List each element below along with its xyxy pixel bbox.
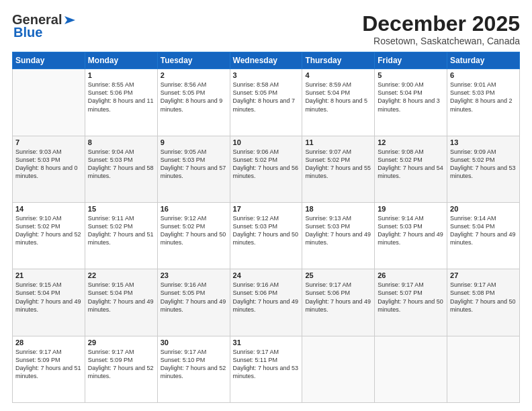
table-row: 16Sunrise: 9:12 AMSunset: 5:02 PMDayligh…: [157, 202, 230, 269]
table-row: 9Sunrise: 9:05 AMSunset: 5:03 PMDaylight…: [157, 136, 230, 202]
day-info: Sunrise: 9:14 AMSunset: 5:04 PMDaylight:…: [450, 214, 517, 247]
day-number: 22: [88, 271, 154, 279]
day-number: 6: [450, 71, 517, 79]
table-row: 3Sunrise: 8:58 AMSunset: 5:05 PMDaylight…: [230, 69, 302, 136]
day-info: Sunrise: 9:05 AMSunset: 5:03 PMDaylight:…: [161, 148, 227, 181]
day-number: 11: [305, 138, 371, 146]
day-number: 26: [378, 271, 444, 279]
day-number: 4: [305, 71, 371, 79]
table-row: 18Sunrise: 9:13 AMSunset: 5:03 PMDayligh…: [302, 202, 375, 269]
day-info: Sunrise: 9:03 AMSunset: 5:03 PMDaylight:…: [15, 148, 82, 181]
day-number: 29: [88, 338, 154, 347]
col-friday: Friday: [375, 52, 447, 69]
day-info: Sunrise: 9:16 AMSunset: 5:06 PMDaylight:…: [233, 281, 300, 314]
table-row: 8Sunrise: 9:04 AMSunset: 5:03 PMDaylight…: [85, 136, 157, 202]
table-row: 26Sunrise: 9:17 AMSunset: 5:07 PMDayligh…: [375, 269, 447, 336]
col-tuesday: Tuesday: [157, 52, 230, 69]
table-row: 19Sunrise: 9:14 AMSunset: 5:03 PMDayligh…: [375, 202, 447, 269]
day-info: Sunrise: 9:04 AMSunset: 5:03 PMDaylight:…: [88, 148, 154, 181]
day-number: 13: [450, 138, 517, 146]
day-info: Sunrise: 8:55 AMSunset: 5:06 PMDaylight:…: [88, 81, 154, 113]
day-number: 18: [305, 205, 371, 213]
day-info: Sunrise: 9:17 AMSunset: 5:10 PMDaylight:…: [161, 348, 227, 381]
day-info: Sunrise: 9:00 AMSunset: 5:04 PMDaylight:…: [378, 81, 444, 113]
day-number: 19: [378, 205, 444, 213]
logo: General Blue: [12, 12, 78, 40]
table-row: [375, 336, 447, 402]
day-number: 3: [233, 71, 300, 79]
day-info: Sunrise: 9:09 AMSunset: 5:02 PMDaylight:…: [450, 148, 517, 181]
day-number: 27: [450, 271, 517, 279]
table-row: [302, 336, 375, 402]
page: General Blue December 2025 Rosetown, Sas…: [0, 0, 532, 411]
table-row: 6Sunrise: 9:01 AMSunset: 5:03 PMDaylight…: [447, 69, 520, 136]
table-row: 1Sunrise: 8:55 AMSunset: 5:06 PMDaylight…: [85, 69, 157, 136]
day-info: Sunrise: 9:14 AMSunset: 5:03 PMDaylight:…: [378, 214, 444, 247]
table-row: 24Sunrise: 9:16 AMSunset: 5:06 PMDayligh…: [230, 269, 302, 336]
day-info: Sunrise: 9:13 AMSunset: 5:03 PMDaylight:…: [305, 214, 371, 247]
table-row: 2Sunrise: 8:56 AMSunset: 5:05 PMDaylight…: [157, 69, 230, 136]
table-row: 29Sunrise: 9:17 AMSunset: 5:09 PMDayligh…: [85, 336, 157, 402]
table-row: 17Sunrise: 9:12 AMSunset: 5:03 PMDayligh…: [230, 202, 302, 269]
day-info: Sunrise: 9:15 AMSunset: 5:04 PMDaylight:…: [88, 281, 154, 314]
day-number: 12: [378, 138, 444, 146]
day-info: Sunrise: 8:58 AMSunset: 5:05 PMDaylight:…: [233, 81, 300, 113]
table-row: 13Sunrise: 9:09 AMSunset: 5:02 PMDayligh…: [447, 136, 520, 202]
calendar-header-row: Sunday Monday Tuesday Wednesday Thursday…: [13, 52, 520, 69]
day-info: Sunrise: 9:07 AMSunset: 5:02 PMDaylight:…: [305, 148, 371, 181]
day-info: Sunrise: 9:06 AMSunset: 5:02 PMDaylight:…: [233, 148, 300, 181]
table-row: 10Sunrise: 9:06 AMSunset: 5:02 PMDayligh…: [230, 136, 302, 202]
day-info: Sunrise: 9:17 AMSunset: 5:09 PMDaylight:…: [88, 348, 154, 381]
day-number: 17: [233, 205, 300, 213]
day-number: 25: [305, 271, 371, 279]
title-block: December 2025 Rosetown, Saskatchewan, Ca…: [362, 12, 520, 46]
table-row: 22Sunrise: 9:15 AMSunset: 5:04 PMDayligh…: [85, 269, 157, 336]
day-number: 1: [88, 71, 154, 79]
table-row: [13, 69, 85, 136]
day-info: Sunrise: 8:56 AMSunset: 5:05 PMDaylight:…: [161, 81, 227, 113]
month-title: December 2025: [362, 12, 520, 36]
day-number: 21: [15, 271, 82, 279]
day-info: Sunrise: 9:15 AMSunset: 5:04 PMDaylight:…: [15, 281, 82, 314]
day-info: Sunrise: 9:17 AMSunset: 5:06 PMDaylight:…: [305, 281, 371, 314]
day-number: 30: [161, 338, 227, 347]
day-info: Sunrise: 9:11 AMSunset: 5:02 PMDaylight:…: [88, 214, 154, 247]
col-sunday: Sunday: [13, 52, 85, 69]
day-number: 9: [161, 138, 227, 146]
day-info: Sunrise: 9:17 AMSunset: 5:11 PMDaylight:…: [233, 348, 300, 381]
day-info: Sunrise: 9:17 AMSunset: 5:07 PMDaylight:…: [378, 281, 444, 314]
day-number: 7: [15, 138, 82, 146]
table-row: 7Sunrise: 9:03 AMSunset: 5:03 PMDaylight…: [13, 136, 85, 202]
table-row: 27Sunrise: 9:17 AMSunset: 5:08 PMDayligh…: [447, 269, 520, 336]
logo-arrow-icon: [62, 13, 78, 27]
day-number: 23: [161, 271, 227, 279]
day-number: 15: [88, 205, 154, 213]
day-info: Sunrise: 9:17 AMSunset: 5:08 PMDaylight:…: [450, 281, 517, 314]
svg-marker-0: [64, 16, 75, 24]
table-row: 30Sunrise: 9:17 AMSunset: 5:10 PMDayligh…: [157, 336, 230, 402]
day-number: 24: [233, 271, 300, 279]
table-row: 11Sunrise: 9:07 AMSunset: 5:02 PMDayligh…: [302, 136, 375, 202]
day-info: Sunrise: 9:01 AMSunset: 5:03 PMDaylight:…: [450, 81, 517, 113]
table-row: 12Sunrise: 9:08 AMSunset: 5:02 PMDayligh…: [375, 136, 447, 202]
day-number: 10: [233, 138, 300, 146]
col-thursday: Thursday: [302, 52, 375, 69]
day-info: Sunrise: 9:12 AMSunset: 5:03 PMDaylight:…: [233, 214, 300, 247]
day-number: 28: [15, 338, 82, 347]
day-number: 20: [450, 205, 517, 213]
day-number: 16: [161, 205, 227, 213]
day-info: Sunrise: 9:12 AMSunset: 5:02 PMDaylight:…: [161, 214, 227, 247]
header: General Blue December 2025 Rosetown, Sas…: [12, 12, 520, 46]
table-row: 21Sunrise: 9:15 AMSunset: 5:04 PMDayligh…: [13, 269, 85, 336]
day-info: Sunrise: 9:10 AMSunset: 5:02 PMDaylight:…: [15, 214, 82, 247]
day-info: Sunrise: 9:16 AMSunset: 5:05 PMDaylight:…: [161, 281, 227, 314]
table-row: 23Sunrise: 9:16 AMSunset: 5:05 PMDayligh…: [157, 269, 230, 336]
day-info: Sunrise: 9:08 AMSunset: 5:02 PMDaylight:…: [378, 148, 444, 181]
day-info: Sunrise: 9:17 AMSunset: 5:09 PMDaylight:…: [15, 348, 82, 381]
day-number: 14: [15, 205, 82, 213]
location-subtitle: Rosetown, Saskatchewan, Canada: [362, 36, 520, 46]
table-row: 20Sunrise: 9:14 AMSunset: 5:04 PMDayligh…: [447, 202, 520, 269]
col-wednesday: Wednesday: [230, 52, 302, 69]
table-row: 28Sunrise: 9:17 AMSunset: 5:09 PMDayligh…: [13, 336, 85, 402]
table-row: [447, 336, 520, 402]
